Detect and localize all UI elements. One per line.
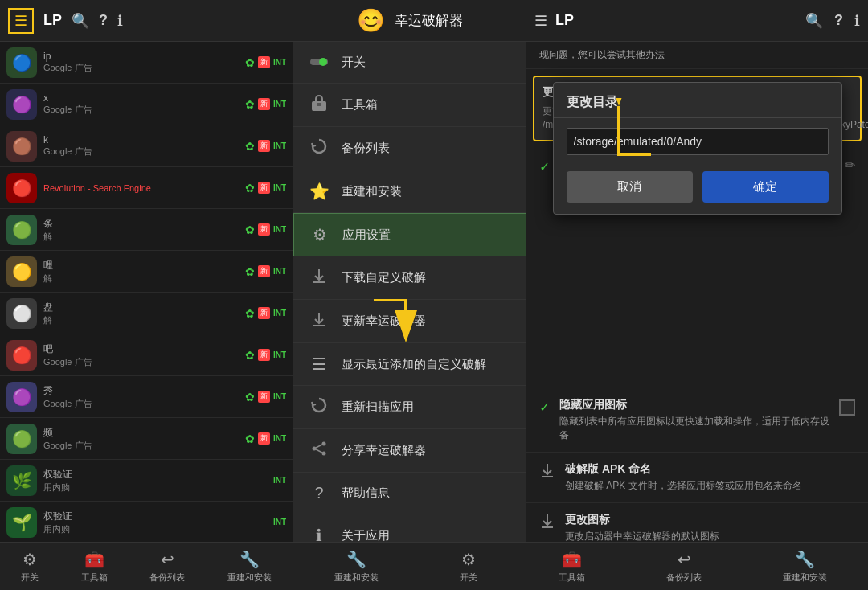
search-button-left[interactable]: 🔍	[72, 12, 89, 30]
clover-icon: ✿	[245, 140, 255, 153]
menu-item-update[interactable]: 更新幸运破解器	[293, 300, 526, 343]
bottom-bar-right: 🔧 重建和安装 ⚙ 开关 🧰 工具箱 ↩ 备份列表 🔧 重建和安装	[293, 543, 868, 590]
list-item[interactable]: 🔴 吧 Google 广告 ✿ 新 INT	[0, 334, 293, 376]
new-badge: 新	[258, 182, 270, 194]
share-icon	[309, 440, 329, 461]
bottom-item-toggle-r[interactable]: ⚙ 开关	[460, 550, 477, 584]
bottom-item-backup[interactable]: ↩ 备份列表	[149, 550, 185, 584]
lp-label-left: LP	[43, 12, 62, 29]
int-badge: INT	[273, 58, 286, 67]
side-menu: 开关 工具箱 备份列表 ⭐ 重建和安装 ⚙ 应用设置 下载自定义破解	[293, 42, 526, 542]
app-sub: 用内购	[43, 481, 273, 494]
app-sub: Google 广告	[43, 356, 245, 368]
app-title: 幸运破解器	[395, 11, 463, 30]
app-name: 秀	[43, 384, 245, 398]
clover-icon: ✿	[245, 223, 255, 236]
list-item[interactable]: 🟢 条 解 ✿ 新 INT	[0, 209, 293, 251]
menu-label-rebuild: 重建和安装	[342, 184, 402, 199]
list-item[interactable]: 🟣 秀 Google 广告 ✿ 新 INT	[0, 376, 293, 418]
menu-item-toolbox[interactable]: 工具箱	[293, 84, 526, 127]
clover-icon: ✿	[245, 265, 255, 278]
new-badge: 新	[258, 307, 270, 319]
menu-item-backup[interactable]: 备份列表	[293, 127, 526, 170]
list-item[interactable]: ⚪ 盘 解 ✿ 新 INT	[0, 293, 293, 334]
list-item[interactable]: 🟣 x Google 广告 ✿ 新 INT	[0, 84, 293, 125]
settings-item-apk-name[interactable]: 破解版 APK 命名 创建破解 APK 文件时，选择应用标签或应用包名来命名	[526, 453, 868, 503]
bottom-item-rebuild-r[interactable]: 🔧 重建和安装	[334, 550, 379, 584]
top-bar-center: 😊 幸运破解器	[293, 0, 526, 41]
bottom-bar: ⚙ 开关 🧰 工具箱 ↩ 备份列表 🔧 重建和安装 🔧 重建和安装 ⚙ 开关 🧰…	[0, 542, 868, 590]
dialog-cancel-button[interactable]: 取消	[567, 171, 693, 203]
info-button-right[interactable]: ℹ	[854, 12, 860, 30]
bottom-item-toolbox-r[interactable]: 🧰 工具箱	[559, 550, 585, 584]
app-badges: INT	[273, 518, 286, 526]
menu-item-about[interactable]: ℹ 关于应用	[293, 514, 526, 542]
settings-text-apk: 破解版 APK 命名 创建破解 APK 文件时，选择应用标签或应用包名来命名	[565, 462, 855, 493]
app-name: 哩	[43, 259, 245, 272]
menu-item-show-custom[interactable]: ☰ 显示最近添加的自定义破解	[293, 343, 526, 386]
bottom-item-rebuild[interactable]: 🔧 重建和安装	[227, 550, 272, 584]
settings-desc-apk: 创建破解 APK 文件时，选择应用标签或应用包名来命名	[565, 479, 855, 493]
app-icon: 🟤	[6, 131, 37, 162]
help-button-left[interactable]: ?	[99, 12, 108, 29]
menu-item-toggle[interactable]: 开关	[293, 42, 526, 84]
settings-item-hide-icon[interactable]: ✓ 隐藏应用图标 隐藏列表中所有应用图标以更快速加载和操作，适用于低内存设备	[526, 388, 868, 453]
list-item[interactable]: 🟢 频 Google 广告 ✿ 新 INT	[0, 418, 293, 460]
menu-item-rescan[interactable]: 重新扫描应用	[293, 386, 526, 429]
app-icon: 🟢	[6, 215, 37, 245]
checkbox-hide[interactable]	[839, 399, 855, 416]
bottom-toggle-label: 开关	[21, 572, 39, 584]
list-item[interactable]: 🔴 Revolution - Search Engine ✿ 新 INT	[0, 167, 293, 209]
menu-label-toolbox: 工具箱	[342, 97, 378, 113]
list-item[interactable]: 🟡 哩 解 ✿ 新 INT	[0, 251, 293, 293]
app-info: k Google 广告	[43, 134, 245, 158]
menu-item-settings[interactable]: ⚙ 应用设置	[293, 213, 526, 256]
toolbox-icon	[309, 95, 329, 115]
bottom-rebuild-label-r: 重建和安装	[334, 572, 379, 584]
list-item[interactable]: 🟤 k Google 广告 ✿ 新 INT	[0, 125, 293, 167]
menu-button-right[interactable]: ☰	[534, 12, 547, 30]
menu-item-share[interactable]: 分享幸运破解器	[293, 429, 526, 473]
app-sub: Google 广告	[43, 145, 245, 158]
int-badge: INT	[273, 476, 286, 485]
info-button-left[interactable]: ℹ	[117, 12, 123, 30]
bottom-item-toggle[interactable]: ⚙ 开关	[21, 550, 39, 584]
app-sub: Google 广告	[43, 62, 245, 74]
app-badges: ✿ 新 INT	[245, 265, 286, 278]
app-name: k	[43, 134, 245, 145]
top-bar-right: ☰ LP 🔍 ? ℹ	[526, 0, 868, 41]
app-info: 秀 Google 广告	[43, 384, 245, 410]
hamburger-menu-button[interactable]: ☰	[8, 8, 34, 34]
list-item[interactable]: 🌿 权验证 用内购 INT	[0, 460, 293, 502]
list-item[interactable]: 🌱 权验证 用内购 INT	[0, 502, 293, 542]
dialog-input-path[interactable]	[567, 128, 829, 155]
app-name: ip	[43, 51, 245, 62]
menu-item-rebuild[interactable]: ⭐ 重建和安装	[293, 170, 526, 213]
clover-icon: ✿	[245, 391, 255, 404]
bottom-item-toolbox[interactable]: 🧰 工具箱	[81, 550, 108, 584]
menu-label-help: 帮助信息	[342, 486, 390, 501]
download-icon	[309, 268, 329, 288]
bottom-rebuild-label-r2: 重建和安装	[783, 572, 827, 584]
svg-rect-3	[317, 103, 321, 106]
app-icon: 🌱	[6, 507, 37, 538]
app-sub: 解	[43, 272, 245, 285]
menu-item-download[interactable]: 下载自定义破解	[293, 256, 526, 300]
app-logo: 😊	[357, 7, 385, 34]
app-name: 权验证	[43, 510, 273, 523]
bottom-item-rebuild-r2[interactable]: 🔧 重建和安装	[783, 550, 827, 584]
bottom-item-backup-r[interactable]: ↩ 备份列表	[666, 550, 702, 584]
scan-icon	[309, 397, 329, 417]
dialog-confirm-button[interactable]: 确定	[702, 171, 829, 203]
list-item[interactable]: 🔵 ip Google 广告 ✿ 新 INT	[0, 42, 293, 84]
backup-icon	[309, 138, 329, 158]
settings-item-change-icon[interactable]: 更改图标 更改启动器中幸运破解器的默认图标	[526, 503, 868, 542]
new-badge: 新	[258, 223, 270, 236]
help-button-right[interactable]: ?	[834, 12, 843, 29]
app-icon: 🟣	[6, 89, 37, 120]
search-button-right[interactable]: 🔍	[805, 12, 823, 30]
app-name: 条	[43, 217, 245, 231]
menu-item-help[interactable]: ? 帮助信息	[293, 473, 526, 514]
app-badges: INT	[273, 476, 286, 485]
app-badges: ✿ 新 INT	[245, 140, 286, 153]
